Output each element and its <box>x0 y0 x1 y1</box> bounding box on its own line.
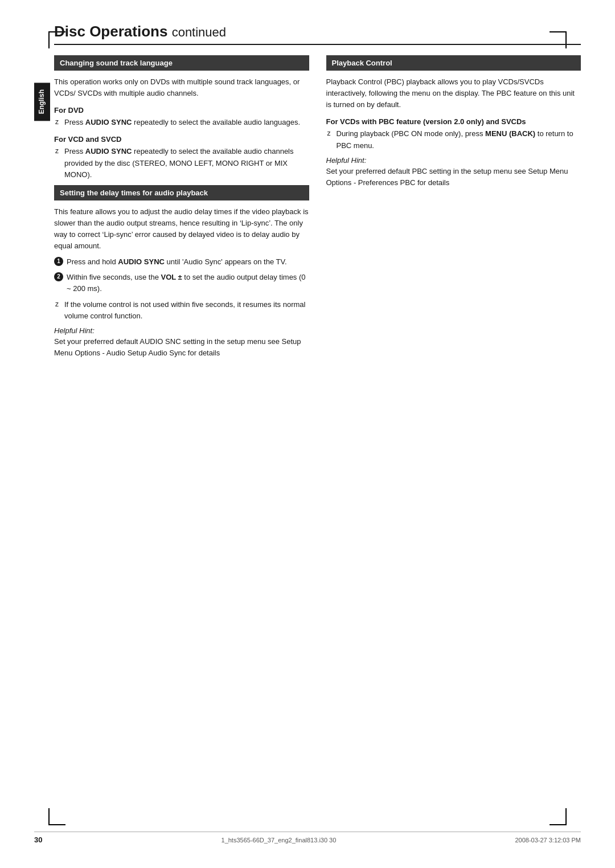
two-column-layout: Changing sound track language This opera… <box>54 55 581 359</box>
footer-left-text: 1_hts3565-66D_37_eng2_final813.i30 30 <box>222 837 337 844</box>
main-content: Disc Operations continued Changing sound… <box>54 23 581 359</box>
page-number: 30 <box>34 836 42 844</box>
for-vcds-list: During playback (PBC ON mode only), pres… <box>326 128 581 151</box>
section-header-sound-track: Changing sound track language <box>54 55 309 71</box>
helpful-hint-text-right: Set your preferred default PBC setting i… <box>326 166 581 189</box>
title-text: Disc Operations <box>54 23 167 40</box>
sound-track-intro: This operation works only on DVDs with m… <box>54 76 309 99</box>
list-item: Press AUDIO SYNC repeatedly to select th… <box>54 117 309 128</box>
section-header-delay: Setting the delay times for audio playba… <box>54 185 309 200</box>
num-circle-1: 1 <box>54 257 63 266</box>
left-column: Changing sound track language This opera… <box>54 55 309 359</box>
for-vcd-header: For VCD and SVCD <box>54 135 309 144</box>
right-column: Playback Control Playback Control (PBC) … <box>326 55 581 359</box>
num-circle-2: 2 <box>54 272 63 281</box>
for-vcd-list: Press AUDIO SYNC repeatedly to select th… <box>54 146 309 180</box>
for-dvd-list: Press AUDIO SYNC repeatedly to select th… <box>54 117 309 128</box>
helpful-hint-label-right: Helpful Hint: <box>326 156 581 165</box>
delay-numbered-list: 1 Press and hold AUDIO SYNC until 'Audio… <box>54 256 309 294</box>
list-item-1: 1 Press and hold AUDIO SYNC until 'Audio… <box>54 256 309 268</box>
section-header-playback: Playback Control <box>326 55 581 71</box>
page-title: Disc Operations continued <box>54 23 581 45</box>
footer: 30 1_hts3565-66D_37_eng2_final813.i30 30… <box>34 832 581 844</box>
page-container: Disc Operations continued Changing sound… <box>0 0 615 868</box>
playback-intro: Playback Control (PBC) playback allows y… <box>326 76 581 110</box>
list-item: During playback (PBC ON mode only), pres… <box>326 128 581 151</box>
title-continued: continued <box>172 25 226 39</box>
volume-note-list: If the volume control is not used within… <box>54 299 309 322</box>
footer-right-text: 2008-03-27 3:12:03 PM <box>515 837 581 844</box>
list-item-2: 2 Within five seconds, use the VOL ± to … <box>54 272 309 294</box>
helpful-hint-label-left: Helpful Hint: <box>54 326 309 335</box>
list-item: Press AUDIO SYNC repeatedly to select th… <box>54 146 309 180</box>
helpful-hint-text-left: Set your preferred default AUDIO SNC set… <box>54 336 309 359</box>
volume-note-item: If the volume control is not used within… <box>54 299 309 322</box>
for-dvd-header: For DVD <box>54 106 309 114</box>
for-vcds-header: For VCDs with PBC feature (version 2.0 o… <box>326 117 581 126</box>
delay-intro: This feature allows you to adjust the au… <box>54 206 309 252</box>
